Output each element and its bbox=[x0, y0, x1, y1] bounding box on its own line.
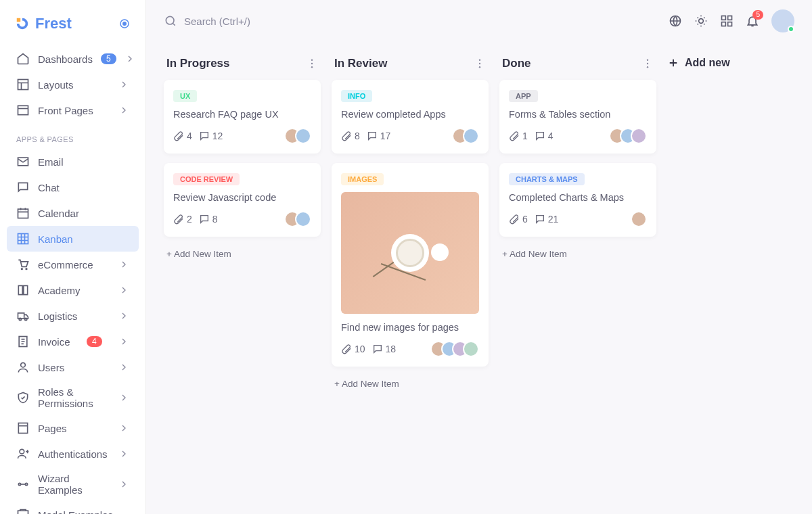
sidebar-item-academy[interactable]: Academy bbox=[7, 277, 139, 303]
column-menu-icon[interactable] bbox=[641, 57, 654, 70]
search-icon bbox=[164, 14, 177, 28]
chevron-right-icon bbox=[118, 392, 129, 403]
svg-point-20 bbox=[699, 19, 704, 24]
nav-item-label: Wizard Examples bbox=[38, 473, 110, 496]
nav-item-icon bbox=[16, 335, 30, 348]
card-image bbox=[341, 192, 479, 314]
nav-item-icon bbox=[16, 232, 30, 246]
comments-count: 12 bbox=[199, 131, 223, 141]
kanban-board: In ProgressUXResearch FAQ page UX412CODE… bbox=[146, 42, 812, 402]
sidebar-item-email[interactable]: Email bbox=[7, 149, 139, 174]
pin-target-icon[interactable] bbox=[118, 18, 131, 30]
kanban-column: In ReviewINFOReview completed Apps817IMA… bbox=[332, 53, 489, 392]
kanban-card[interactable]: IMAGESFind new images for pages1018 bbox=[332, 163, 489, 367]
chevron-right-icon bbox=[118, 362, 129, 373]
sidebar-item-kanban[interactable]: Kanban bbox=[7, 226, 139, 252]
nav-item-label: Chat bbox=[38, 182, 60, 193]
svg-rect-3 bbox=[18, 106, 28, 114]
add-item-button[interactable]: + Add New Item bbox=[164, 246, 321, 262]
brand-name: Frest bbox=[35, 15, 72, 32]
kanban-card[interactable]: APPForms & Tables section14 bbox=[499, 80, 656, 154]
comment-icon bbox=[199, 214, 210, 225]
card-avatars bbox=[631, 211, 647, 227]
paperclip-icon bbox=[173, 131, 184, 141]
comment-icon bbox=[535, 131, 545, 141]
chevron-right-icon bbox=[125, 53, 135, 64]
chevron-right-icon bbox=[118, 448, 129, 459]
kanban-card[interactable]: UXResearch FAQ page UX412 bbox=[164, 80, 321, 154]
sidebar-item-ecommerce[interactable]: eCommerce bbox=[7, 252, 139, 277]
svg-point-28 bbox=[479, 60, 480, 61]
comment-icon bbox=[367, 131, 378, 141]
avatar bbox=[295, 128, 311, 144]
sidebar-item-dashboards[interactable]: Dashboards5 bbox=[7, 46, 139, 72]
avatar bbox=[463, 341, 479, 357]
sidebar-item-pages[interactable]: Pages bbox=[7, 415, 139, 441]
kanban-card[interactable]: CODE REVIEWReview Javascript code28 bbox=[164, 163, 321, 237]
card-title: Find new images for pages bbox=[341, 322, 479, 333]
card-avatars bbox=[284, 211, 311, 227]
svg-point-31 bbox=[647, 60, 648, 61]
nav-item-icon bbox=[16, 155, 30, 168]
sidebar-item-layouts[interactable]: Layouts bbox=[7, 72, 139, 97]
bell-badge: 5 bbox=[752, 10, 763, 20]
svg-point-1 bbox=[123, 22, 127, 26]
svg-rect-24 bbox=[728, 22, 732, 26]
nav-item-label: eCommerce bbox=[38, 259, 93, 271]
chevron-right-icon bbox=[118, 479, 129, 490]
theme-sun-icon[interactable] bbox=[694, 14, 708, 28]
add-item-button[interactable]: + Add New Item bbox=[499, 246, 656, 262]
nav-item-icon bbox=[16, 283, 30, 297]
svg-point-14 bbox=[20, 449, 24, 454]
column-menu-icon[interactable] bbox=[306, 57, 318, 70]
language-icon[interactable] bbox=[669, 14, 682, 28]
sidebar-item-users[interactable]: Users bbox=[7, 354, 139, 380]
nav-item-label: Layouts bbox=[38, 79, 74, 91]
card-tag: IMAGES bbox=[341, 173, 384, 185]
kanban-column: DoneAPPForms & Tables section14CHARTS & … bbox=[499, 53, 656, 262]
sidebar-item-authentications[interactable]: Authentications bbox=[7, 441, 139, 467]
nav-item-icon bbox=[16, 477, 30, 491]
kanban-card[interactable]: INFOReview completed Apps817 bbox=[332, 80, 489, 154]
svg-point-26 bbox=[311, 63, 313, 64]
status-dot-icon bbox=[788, 26, 794, 32]
user-avatar[interactable] bbox=[771, 9, 794, 32]
nav-item-label: Email bbox=[38, 156, 64, 168]
comments-count: 21 bbox=[535, 214, 559, 225]
add-column-button[interactable]: Add new bbox=[667, 53, 730, 69]
avatar bbox=[631, 128, 647, 144]
brand-logo[interactable]: Frest bbox=[15, 15, 72, 32]
sidebar-item-chat[interactable]: Chat bbox=[7, 174, 139, 200]
sidebar-item-wizard-examples[interactable]: Wizard Examples bbox=[7, 467, 139, 502]
add-item-button[interactable]: + Add New Item bbox=[332, 376, 489, 392]
sidebar-item-invoice[interactable]: Invoice4 bbox=[7, 329, 139, 354]
comments-count: 4 bbox=[535, 131, 554, 141]
sidebar-item-roles-permissions[interactable]: Roles & Permissions bbox=[7, 380, 139, 415]
sidebar: Frest Dashboards5LayoutsFront Pages APPS… bbox=[0, 0, 146, 514]
nav-item-label: Authentications bbox=[38, 448, 108, 460]
section-label: APPS & PAGES bbox=[7, 123, 139, 149]
topbar: Search (Ctrl+/) 5 bbox=[146, 0, 812, 42]
kanban-card[interactable]: CHARTS & MAPSCompleted Charts & Maps621 bbox=[499, 163, 656, 237]
sidebar-item-modal-examples[interactable]: Modal Examples bbox=[7, 502, 139, 514]
attachments-count: 6 bbox=[509, 214, 528, 225]
chevron-right-icon bbox=[118, 285, 129, 296]
svg-rect-23 bbox=[722, 22, 726, 26]
svg-rect-22 bbox=[728, 16, 732, 20]
sidebar-item-logistics[interactable]: Logistics bbox=[7, 303, 139, 329]
card-tag: APP bbox=[509, 90, 538, 102]
sidebar-item-front-pages[interactable]: Front Pages bbox=[7, 97, 139, 123]
svg-point-29 bbox=[479, 63, 480, 64]
column-title: In Progress bbox=[166, 57, 230, 70]
nav-item-label: Front Pages bbox=[38, 105, 93, 116]
apps-grid-icon[interactable] bbox=[720, 14, 734, 28]
column-menu-icon[interactable] bbox=[474, 57, 486, 70]
sidebar-item-calendar[interactable]: Calendar bbox=[7, 200, 139, 226]
search-input[interactable]: Search (Ctrl+/) bbox=[164, 14, 250, 28]
bell-icon[interactable]: 5 bbox=[746, 14, 759, 28]
svg-point-30 bbox=[479, 66, 480, 68]
svg-rect-5 bbox=[18, 209, 28, 218]
logo-mark-icon bbox=[15, 16, 30, 31]
comments-count: 18 bbox=[372, 344, 397, 354]
avatar bbox=[463, 128, 479, 144]
